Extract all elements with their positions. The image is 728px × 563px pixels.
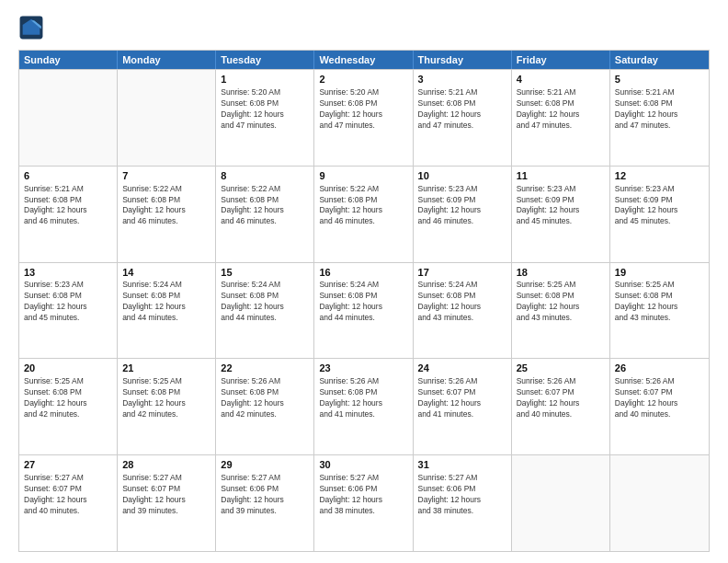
cell-info: Sunrise: 5:25 AM Sunset: 6:08 PM Dayligh… <box>517 280 605 324</box>
day-number: 27 <box>24 458 112 472</box>
page: SundayMondayTuesdayWednesdayThursdayFrid… <box>0 0 728 563</box>
logo-icon <box>18 15 44 40</box>
calendar-cell: 7Sunrise: 5:22 AM Sunset: 6:08 PM Daylig… <box>118 167 216 262</box>
cell-info: Sunrise: 5:26 AM Sunset: 6:08 PM Dayligh… <box>319 376 407 420</box>
day-number: 19 <box>615 266 704 280</box>
cell-info: Sunrise: 5:22 AM Sunset: 6:08 PM Dayligh… <box>221 184 309 228</box>
calendar-cell: 23Sunrise: 5:26 AM Sunset: 6:08 PM Dayli… <box>314 359 413 454</box>
calendar-cell: 16Sunrise: 5:24 AM Sunset: 6:08 PM Dayli… <box>314 263 413 359</box>
day-number: 31 <box>418 458 506 472</box>
calendar-cell: 25Sunrise: 5:26 AM Sunset: 6:07 PM Dayli… <box>512 359 610 454</box>
cell-info: Sunrise: 5:26 AM Sunset: 6:08 PM Dayligh… <box>221 376 309 420</box>
day-number: 25 <box>517 362 605 375</box>
calendar-cell <box>118 70 216 166</box>
cell-info: Sunrise: 5:25 AM Sunset: 6:08 PM Dayligh… <box>122 376 210 420</box>
calendar-cell: 4Sunrise: 5:21 AM Sunset: 6:08 PM Daylig… <box>512 70 610 166</box>
weekday-header: Friday <box>512 51 610 69</box>
calendar-cell <box>610 455 709 551</box>
calendar-row: 20Sunrise: 5:25 AM Sunset: 6:08 PM Dayli… <box>19 358 709 454</box>
logo <box>18 15 48 40</box>
calendar-cell: 28Sunrise: 5:27 AM Sunset: 6:07 PM Dayli… <box>118 455 216 551</box>
cell-info: Sunrise: 5:26 AM Sunset: 6:07 PM Dayligh… <box>615 376 704 420</box>
day-number: 30 <box>319 458 407 472</box>
cell-info: Sunrise: 5:27 AM Sunset: 6:06 PM Dayligh… <box>319 473 407 517</box>
calendar-cell: 30Sunrise: 5:27 AM Sunset: 6:06 PM Dayli… <box>314 455 413 551</box>
calendar-cell: 17Sunrise: 5:24 AM Sunset: 6:08 PM Dayli… <box>414 263 512 359</box>
calendar-cell: 24Sunrise: 5:26 AM Sunset: 6:07 PM Dayli… <box>414 359 512 454</box>
cell-info: Sunrise: 5:23 AM Sunset: 6:09 PM Dayligh… <box>615 184 704 228</box>
cell-info: Sunrise: 5:24 AM Sunset: 6:08 PM Dayligh… <box>418 280 506 324</box>
day-number: 16 <box>319 266 407 280</box>
cell-info: Sunrise: 5:27 AM Sunset: 6:06 PM Dayligh… <box>418 473 506 517</box>
calendar-cell: 5Sunrise: 5:21 AM Sunset: 6:08 PM Daylig… <box>610 70 709 166</box>
calendar-row: 6Sunrise: 5:21 AM Sunset: 6:08 PM Daylig… <box>19 166 709 262</box>
cell-info: Sunrise: 5:21 AM Sunset: 6:08 PM Dayligh… <box>418 87 506 132</box>
day-number: 28 <box>122 458 210 472</box>
cell-info: Sunrise: 5:26 AM Sunset: 6:07 PM Dayligh… <box>517 376 605 420</box>
weekday-header: Sunday <box>19 51 118 69</box>
cell-info: Sunrise: 5:27 AM Sunset: 6:07 PM Dayligh… <box>122 473 210 517</box>
day-number: 6 <box>24 169 112 183</box>
calendar-cell: 29Sunrise: 5:27 AM Sunset: 6:06 PM Dayli… <box>216 455 314 551</box>
day-number: 4 <box>517 73 605 86</box>
calendar-cell: 18Sunrise: 5:25 AM Sunset: 6:08 PM Dayli… <box>512 263 610 359</box>
calendar-cell: 27Sunrise: 5:27 AM Sunset: 6:07 PM Dayli… <box>19 455 118 551</box>
cell-info: Sunrise: 5:23 AM Sunset: 6:08 PM Dayligh… <box>24 280 112 324</box>
calendar-cell: 13Sunrise: 5:23 AM Sunset: 6:08 PM Dayli… <box>19 263 118 359</box>
calendar-cell: 3Sunrise: 5:21 AM Sunset: 6:08 PM Daylig… <box>414 70 512 166</box>
day-number: 21 <box>122 362 210 375</box>
header <box>18 15 710 40</box>
day-number: 7 <box>122 169 210 183</box>
day-number: 2 <box>319 73 407 86</box>
day-number: 14 <box>122 266 210 280</box>
day-number: 11 <box>517 169 605 183</box>
cell-info: Sunrise: 5:21 AM Sunset: 6:08 PM Dayligh… <box>615 87 704 132</box>
day-number: 15 <box>221 266 309 280</box>
day-number: 9 <box>319 169 407 183</box>
calendar-cell: 9Sunrise: 5:22 AM Sunset: 6:08 PM Daylig… <box>314 167 413 262</box>
calendar-cell: 1Sunrise: 5:20 AM Sunset: 6:08 PM Daylig… <box>216 70 314 166</box>
cell-info: Sunrise: 5:27 AM Sunset: 6:06 PM Dayligh… <box>221 473 309 517</box>
weekday-header: Saturday <box>610 51 709 69</box>
day-number: 18 <box>517 266 605 280</box>
calendar-cell: 14Sunrise: 5:24 AM Sunset: 6:08 PM Dayli… <box>118 263 216 359</box>
cell-info: Sunrise: 5:24 AM Sunset: 6:08 PM Dayligh… <box>122 280 210 324</box>
weekday-header: Wednesday <box>314 51 413 69</box>
cell-info: Sunrise: 5:27 AM Sunset: 6:07 PM Dayligh… <box>24 473 112 517</box>
day-number: 26 <box>615 362 704 375</box>
cell-info: Sunrise: 5:23 AM Sunset: 6:09 PM Dayligh… <box>418 184 506 228</box>
calendar-cell: 11Sunrise: 5:23 AM Sunset: 6:09 PM Dayli… <box>512 167 610 262</box>
weekday-header: Monday <box>118 51 216 69</box>
calendar-cell: 6Sunrise: 5:21 AM Sunset: 6:08 PM Daylig… <box>19 167 118 262</box>
cell-info: Sunrise: 5:20 AM Sunset: 6:08 PM Dayligh… <box>221 87 309 132</box>
calendar-row: 27Sunrise: 5:27 AM Sunset: 6:07 PM Dayli… <box>19 454 709 551</box>
cell-info: Sunrise: 5:24 AM Sunset: 6:08 PM Dayligh… <box>319 280 407 324</box>
day-number: 10 <box>418 169 506 183</box>
cell-info: Sunrise: 5:22 AM Sunset: 6:08 PM Dayligh… <box>122 184 210 228</box>
cell-info: Sunrise: 5:21 AM Sunset: 6:08 PM Dayligh… <box>24 184 112 228</box>
calendar-row: 13Sunrise: 5:23 AM Sunset: 6:08 PM Dayli… <box>19 262 709 359</box>
day-number: 29 <box>221 458 309 472</box>
cell-info: Sunrise: 5:21 AM Sunset: 6:08 PM Dayligh… <box>517 87 605 132</box>
day-number: 22 <box>221 362 309 375</box>
calendar-cell: 31Sunrise: 5:27 AM Sunset: 6:06 PM Dayli… <box>414 455 512 551</box>
calendar-body: 1Sunrise: 5:20 AM Sunset: 6:08 PM Daylig… <box>19 69 709 551</box>
calendar-header-row: SundayMondayTuesdayWednesdayThursdayFrid… <box>19 51 709 69</box>
calendar-cell: 2Sunrise: 5:20 AM Sunset: 6:08 PM Daylig… <box>314 70 413 166</box>
cell-info: Sunrise: 5:22 AM Sunset: 6:08 PM Dayligh… <box>319 184 407 228</box>
cell-info: Sunrise: 5:25 AM Sunset: 6:08 PM Dayligh… <box>24 376 112 420</box>
day-number: 1 <box>221 73 309 86</box>
calendar-cell <box>19 70 118 166</box>
day-number: 12 <box>615 169 704 183</box>
calendar-row: 1Sunrise: 5:20 AM Sunset: 6:08 PM Daylig… <box>19 69 709 166</box>
cell-info: Sunrise: 5:23 AM Sunset: 6:09 PM Dayligh… <box>517 184 605 228</box>
day-number: 23 <box>319 362 407 375</box>
day-number: 17 <box>418 266 506 280</box>
calendar-cell: 21Sunrise: 5:25 AM Sunset: 6:08 PM Dayli… <box>118 359 216 454</box>
day-number: 3 <box>418 73 506 86</box>
day-number: 24 <box>418 362 506 375</box>
calendar-cell: 26Sunrise: 5:26 AM Sunset: 6:07 PM Dayli… <box>610 359 709 454</box>
weekday-header: Tuesday <box>216 51 314 69</box>
day-number: 8 <box>221 169 309 183</box>
day-number: 5 <box>615 73 704 86</box>
